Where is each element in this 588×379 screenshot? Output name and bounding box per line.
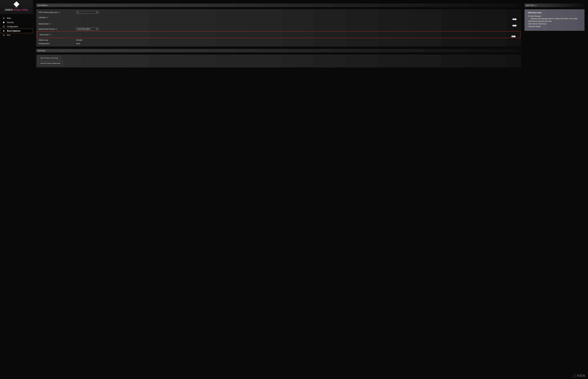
panel-boot-options: Boot Options POST HotKey Delay (sec) 0 — [36, 3, 521, 47]
row-label: Network Boot — [39, 23, 76, 25]
nav-label: Boot Options — [7, 30, 20, 32]
panel-boot-keys: Boot Keys Clear All Secure Boot Keys Loa… — [36, 49, 521, 67]
row-label: Platform Key — [39, 39, 76, 41]
row-platform-key: Platform Key Enrolled — [36, 38, 521, 42]
pending-action-value: None — [76, 43, 80, 45]
nav-label: Configuration — [7, 26, 18, 28]
bracket-left-icon: [ — [573, 374, 573, 378]
nav-item-exit[interactable]: Exit — [0, 33, 33, 37]
boot-order-item[interactable]: OS Boot Manager — [528, 15, 581, 17]
watermark-text: XDA — [577, 374, 586, 378]
row-label: Pending Action — [39, 43, 76, 45]
boot-order-heading: UEFI Boot Order — [528, 12, 581, 14]
network-boot-protocol-dropdown[interactable]: IPv4+IPv6 (UEFI) — [76, 28, 99, 31]
nav-label: Exit — [7, 34, 10, 36]
app-title: OMEN Setup Utility — [1, 8, 32, 11]
boot-order-item[interactable]: USB Flash Drive/USB Hard Disk — [528, 20, 581, 23]
boot-order-item[interactable]: ! Network Adapter — [528, 25, 581, 28]
boot-order-list: UEFI Boot Order OS Boot Manager Windows … — [524, 9, 585, 31]
arrow-right-icon — [3, 34, 5, 36]
info-icon[interactable] — [56, 28, 57, 30]
info-icon[interactable] — [59, 12, 60, 13]
panel-body: POST HotKey Delay (sec) 0 USB Boot — [36, 9, 521, 47]
bracket-right-icon: ] — [575, 374, 576, 378]
panel-title: Boot Keys — [36, 49, 521, 52]
diamond-filled-icon — [3, 30, 5, 32]
panel-body: Clear All Secure Boot Keys Load HP Facto… — [36, 55, 521, 67]
info-icon[interactable] — [47, 17, 48, 18]
row-secure-boot: Secure Boot — [37, 31, 521, 38]
nav-item-boot-options[interactable]: Boot Options — [0, 29, 33, 33]
branding-block: OMEN OMEN Setup Utility — [0, 0, 33, 14]
row-post-hotkey-delay: POST HotKey Delay (sec) 0 — [36, 10, 521, 14]
logo-subtext: OMEN — [1, 7, 32, 8]
boot-order-item[interactable]: USB CD/DVD ROM Drive — [528, 23, 581, 25]
row-label: USB Boot — [39, 16, 76, 18]
svg-rect-1 — [3, 18, 4, 18]
panel-boot-order: Boot Order UEFI Boot Order OS Boot Manag… — [524, 3, 585, 31]
right-column: Boot Order UEFI Boot Order OS Boot Manag… — [524, 0, 588, 379]
post-hotkey-delay-dropdown[interactable]: 0 — [76, 11, 99, 14]
nav-label: Main — [7, 17, 11, 19]
row-pending-action: Pending Action None — [36, 42, 521, 45]
row-network-boot-protocol: Network Boot Protocol IPv4+IPv6 (UEFI) — [36, 27, 521, 31]
nav-list: Main Security Configuration Boot Options — [0, 16, 33, 37]
load-hp-factory-keys-button[interactable]: Load HP Factory Default Keys — [38, 61, 63, 65]
nav-label: Security — [7, 21, 14, 23]
row-usb-boot: USB Boot — [36, 14, 521, 21]
watermark: [ ] XDA — [572, 374, 586, 378]
boot-order-item[interactable]: Windows Boot Manager (WD PC SN810 SDCPNR… — [528, 17, 581, 20]
secure-boot-toggle[interactable] — [511, 36, 516, 37]
svg-rect-3 — [3, 30, 5, 32]
nav-item-configuration[interactable]: Configuration — [0, 25, 33, 29]
info-icon[interactable] — [535, 5, 537, 6]
clear-secure-boot-keys-button[interactable]: Clear All Secure Boot Keys — [38, 56, 60, 60]
nav-item-security[interactable]: Security — [0, 20, 33, 25]
platform-key-value: Enrolled — [76, 39, 82, 41]
panel-title: Boot Order — [524, 3, 585, 7]
row-network-boot: Network Boot — [36, 21, 521, 27]
row-label: POST HotKey Delay (sec) — [39, 11, 76, 13]
usb-boot-toggle[interactable] — [512, 18, 517, 20]
panel-title: Boot Options — [36, 3, 521, 7]
main-column: Boot Options POST HotKey Delay (sec) 0 — [36, 0, 521, 379]
nav-item-main[interactable]: Main — [0, 16, 33, 20]
omen-logo-icon — [14, 1, 19, 7]
svg-marker-2 — [3, 26, 5, 28]
diamond-icon — [3, 17, 5, 19]
sidebar: OMEN OMEN Setup Utility Main Security — [0, 0, 33, 379]
info-icon[interactable] — [50, 34, 51, 35]
hex-icon — [3, 26, 5, 28]
info-icon[interactable] — [50, 23, 51, 25]
row-label: Network Boot Protocol — [39, 28, 76, 30]
network-boot-toggle[interactable] — [512, 25, 517, 26]
row-label: Secure Boot — [39, 34, 77, 36]
shield-icon — [3, 21, 5, 23]
